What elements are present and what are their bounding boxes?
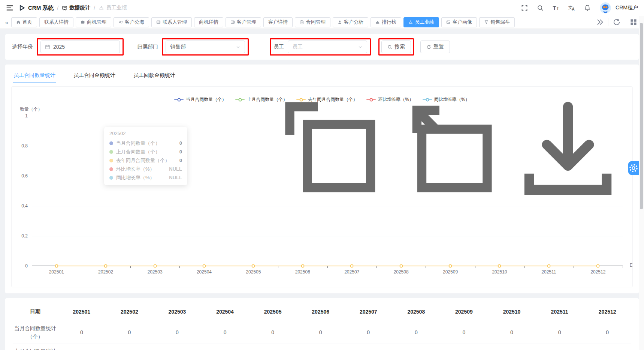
breadcrumb-item-current: 员工业绩	[99, 5, 127, 11]
y-axis-name: 数量（个）	[20, 106, 42, 113]
scrollbar-track[interactable]	[639, 16, 644, 350]
data-point-marker[interactable]	[399, 264, 403, 268]
breadcrumb-separator: /	[57, 5, 58, 11]
x-tick-label: 202504	[197, 269, 212, 275]
year-filter-label: 选择年份	[12, 44, 33, 50]
refresh-icon[interactable]	[608, 18, 625, 26]
tagbar-tab[interactable]: 联系人管理	[151, 17, 192, 27]
tooltip-series-label: 同比增长率（%）	[116, 174, 166, 181]
tagbar-tab-label: 客户分析	[344, 19, 363, 26]
font-size-icon[interactable]: TT	[553, 5, 559, 11]
x-tick-label: 202510	[492, 269, 507, 275]
table-header-cell: 202501	[58, 303, 106, 321]
scrollbar-thumb[interactable]	[640, 23, 643, 209]
table-cell	[106, 344, 154, 350]
tagbar-tab[interactable]: 客户详情	[263, 17, 293, 27]
stat-tab[interactable]: 员工合同金额统计	[73, 68, 116, 83]
tags-scroll-right-icon[interactable]	[592, 18, 608, 26]
tagbar-tab[interactable]: 联系人详情	[39, 17, 73, 27]
stat-tab[interactable]: 员工回款金额统计	[133, 68, 176, 83]
tagbar-tab[interactable]: 排行榜	[371, 17, 401, 27]
tooltip-series-label: 当月合同数量（个）	[116, 140, 176, 147]
tagbar-tab[interactable]: 客户画像	[441, 17, 477, 27]
tooltip-series-label: 去年同月合同数量（个）	[116, 157, 176, 164]
table-cell	[536, 344, 584, 350]
data-point-marker[interactable]	[252, 264, 255, 268]
sidebar-toggle-icon[interactable]	[6, 4, 13, 12]
filter-bar: 选择年份 2025 归属部门 销售部 员工 员工 搜索	[5, 34, 639, 60]
x-axis-tick	[229, 266, 229, 268]
tagbar-tab[interactable]: 商机详情	[194, 17, 223, 27]
tenant-name[interactable]: CRM租户	[616, 5, 638, 11]
employee-select-placeholder: 员工	[292, 44, 303, 50]
y-tick-label: 0.2	[21, 233, 28, 239]
table-cell	[249, 344, 297, 350]
calendar-icon	[45, 44, 50, 50]
reset-button[interactable]: 重置	[420, 41, 450, 53]
doc-icon	[300, 20, 304, 24]
data-point-marker[interactable]	[449, 264, 452, 268]
tagbar-tab[interactable]: 首页	[11, 17, 37, 27]
table-cell: 0	[201, 321, 249, 344]
x-axis-tick	[426, 266, 426, 268]
sea-icon	[118, 20, 123, 24]
table-cell	[58, 344, 106, 350]
table-cell	[440, 344, 488, 350]
table-cell: 0	[249, 321, 297, 344]
reset-button-label: 重置	[433, 44, 444, 50]
data-point-marker[interactable]	[153, 264, 157, 268]
search-button[interactable]: 搜索	[381, 41, 411, 53]
table-header-cell: 日期	[13, 303, 58, 321]
tagbar-tab-label: 商机管理	[87, 19, 106, 26]
x-tick-label: 202506	[295, 269, 310, 275]
x-tick-label: 202502	[98, 269, 113, 275]
tagbar-tab[interactable]: 销售漏斗	[479, 17, 515, 27]
table-row-label: 上月合同数量统计（个）	[13, 344, 58, 350]
gridline	[32, 116, 623, 116]
table-header-cell: 202512	[583, 303, 631, 321]
data-point-marker[interactable]	[55, 264, 58, 268]
settings-panel-button[interactable]	[628, 161, 639, 175]
data-point-marker[interactable]	[498, 264, 501, 268]
page-content: 选择年份 2025 归属部门 销售部 员工 员工 搜索	[0, 29, 644, 350]
data-point-marker[interactable]	[596, 264, 600, 268]
dept-select-value: 销售部	[170, 44, 186, 50]
fullscreen-icon[interactable]	[521, 5, 528, 11]
x-axis-tick	[81, 266, 81, 268]
table-cell	[344, 344, 392, 350]
search-icon[interactable]	[537, 5, 544, 11]
tooltip-series-value: 0	[179, 140, 182, 146]
breadcrumb-item-data-stats[interactable]: 数据统计	[62, 5, 90, 11]
tooltip-series-label: 环比增长率（%）	[116, 166, 166, 173]
tagbar-tab[interactable]: 客户管理	[226, 17, 261, 27]
dept-select[interactable]: 销售部	[166, 41, 245, 53]
app-title: CRM 系统	[28, 5, 54, 12]
data-point-marker[interactable]	[547, 264, 550, 268]
y-tick-label: 0.6	[21, 173, 28, 179]
table-row: 当月合同数量统计（个）000000000000	[13, 321, 631, 344]
avatar[interactable]	[600, 2, 611, 14]
legend-item[interactable]: 当月合同数量（个）	[174, 96, 226, 103]
translate-icon[interactable]: 文A	[568, 5, 575, 11]
bell-icon[interactable]	[584, 5, 591, 11]
tagbar-tab[interactable]: 客户分析	[333, 17, 368, 27]
year-picker[interactable]: 2025	[40, 41, 120, 53]
tagbar-tab[interactable]: 商机管理	[76, 17, 111, 27]
tags-scroll-left-icon[interactable]: «	[2, 19, 11, 26]
data-point-marker[interactable]	[350, 264, 354, 268]
tagbar-tab[interactable]: 客户公海	[114, 17, 149, 27]
x-tick-label: 202512	[590, 269, 605, 275]
series-dot-icon	[109, 150, 113, 154]
data-point-marker[interactable]	[301, 264, 304, 268]
dept-filter-label: 归属部门	[137, 44, 158, 50]
data-point-marker[interactable]	[202, 264, 206, 268]
stat-tab[interactable]: 员工合同数量统计	[13, 68, 56, 83]
table-header-cell: 202510	[488, 303, 536, 321]
app-logo[interactable]: CRM 系统	[19, 5, 54, 12]
employee-select[interactable]: 员工	[288, 41, 367, 53]
data-point-marker[interactable]	[104, 264, 108, 268]
tagbar-tab[interactable]: 员工业绩	[403, 17, 439, 27]
stat-tabs: 员工合同数量统计员工合同金额统计员工回款金额统计	[7, 68, 637, 83]
breadcrumb-label: 数据统计	[69, 5, 90, 11]
tagbar-tab[interactable]: 合同管理	[295, 17, 330, 27]
